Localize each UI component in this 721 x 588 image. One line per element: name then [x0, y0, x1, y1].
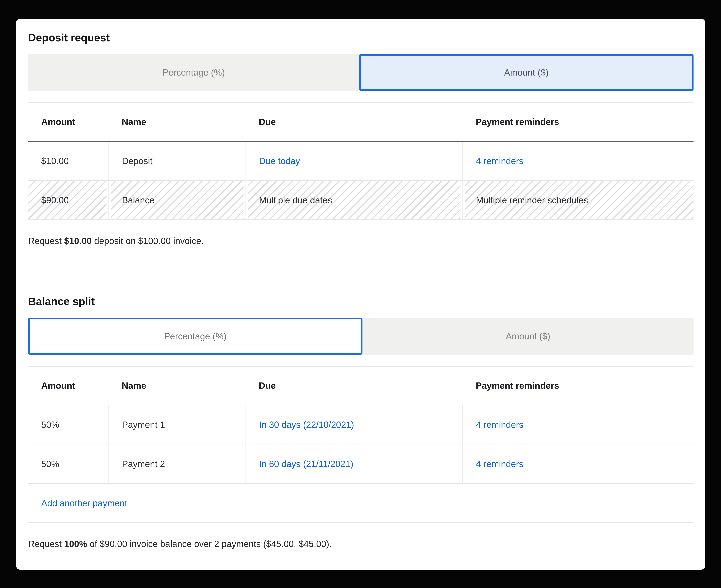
amount-cell: 50% [28, 444, 109, 484]
amount-cell: 50% [28, 405, 109, 444]
due-date-link[interactable]: In 30 days (22/10/2021) [259, 420, 354, 430]
name-value: Deposit [122, 156, 152, 166]
balance-split-section: Balance split Percentage (%) Amount ($) … [28, 295, 694, 549]
reminders-link[interactable]: 4 reminders [476, 420, 523, 430]
tab-label: Percentage (%) [164, 331, 227, 341]
tab-label: Percentage (%) [162, 67, 225, 78]
column-header-amount: Amount [28, 103, 109, 141]
amount-value: 50% [41, 420, 59, 430]
balance-tab-percentage[interactable]: Percentage (%) [28, 318, 363, 355]
table-header-row: Amount Name Due Payment reminders [28, 366, 694, 405]
deposit-summary: Request $10.00 deposit on $100.00 invoic… [28, 236, 694, 246]
name-value: Payment 1 [122, 420, 165, 430]
summary-percentage: 100% [64, 539, 87, 549]
summary-amount: $10.00 [64, 236, 91, 246]
column-header-amount: Amount [28, 366, 109, 405]
amount-value: 50% [41, 459, 59, 469]
name-cell: Deposit [109, 141, 246, 181]
summary-prefix: Request [28, 236, 64, 246]
column-header-payment-reminders: Payment reminders [462, 103, 694, 141]
due-cell: Multiple due dates [246, 181, 462, 220]
name-cell: Balance [109, 181, 246, 220]
table-row: 50% Payment 1 In 30 days (22/10/2021) 4 … [28, 405, 694, 444]
reminders-cell: 4 reminders [462, 141, 694, 181]
balance-tab-amount[interactable]: Amount ($) [363, 318, 694, 355]
add-payment-cell: Add another payment [28, 484, 694, 523]
due-date-link[interactable]: Due today [259, 156, 300, 166]
amount-cell: $90.00 [28, 181, 109, 220]
column-header-payment-reminders: Payment reminders [462, 366, 694, 405]
column-header-name: Name [109, 366, 246, 405]
deposit-request-heading: Deposit request [28, 31, 694, 44]
tab-label: Amount ($) [504, 67, 549, 78]
summary-suffix: deposit on $100.00 invoice. [91, 236, 204, 246]
balance-schedule-table: Amount Name Due Payment reminders 50% Pa… [28, 366, 694, 523]
balance-summary: Request 100% of $90.00 invoice balance o… [28, 539, 694, 549]
due-date-link[interactable]: In 60 days (21/11/2021) [259, 459, 353, 469]
due-cell: In 30 days (22/10/2021) [246, 405, 462, 444]
table-row-disabled: $90.00 Balance Multiple due dates Multip… [28, 181, 694, 220]
reminders-link[interactable]: 4 reminders [476, 459, 523, 469]
add-payment-row: Add another payment [28, 484, 694, 523]
amount-cell: $10.00 [28, 141, 109, 181]
add-another-payment-link[interactable]: Add another payment [41, 498, 127, 508]
column-header-due: Due [246, 366, 462, 405]
column-header-name: Name [109, 103, 246, 141]
reminders-cell: Multiple reminder schedules [462, 181, 694, 220]
reminders-link[interactable]: 4 reminders [476, 156, 523, 166]
summary-suffix: of $90.00 invoice balance over 2 payment… [87, 539, 332, 549]
balance-split-heading: Balance split [28, 295, 694, 308]
deposit-tab-percentage[interactable]: Percentage (%) [28, 54, 359, 91]
table-row: $10.00 Deposit Due today 4 reminders [28, 141, 694, 181]
name-cell: Payment 2 [109, 444, 246, 484]
summary-prefix: Request [28, 539, 64, 549]
balance-split-unit-toggle: Percentage (%) Amount ($) [28, 318, 694, 355]
column-header-due: Due [246, 103, 462, 141]
due-cell: Due today [246, 141, 462, 181]
deposit-schedule-table: Amount Name Due Payment reminders $10.00… [28, 102, 694, 220]
due-cell: In 60 days (21/11/2021) [246, 444, 462, 484]
reminders-value: Multiple reminder schedules [476, 195, 588, 205]
amount-value: $10.00 [41, 156, 69, 166]
name-cell: Payment 1 [109, 405, 246, 444]
tab-label: Amount ($) [506, 331, 550, 341]
reminders-cell: 4 reminders [462, 405, 694, 444]
name-value: Payment 2 [122, 459, 165, 469]
name-value: Balance [122, 195, 154, 205]
reminders-cell: 4 reminders [462, 444, 694, 484]
amount-value: $90.00 [41, 195, 69, 205]
table-header-row: Amount Name Due Payment reminders [28, 103, 694, 141]
due-value: Multiple due dates [259, 195, 332, 205]
table-row: 50% Payment 2 In 60 days (21/11/2021) 4 … [28, 444, 694, 484]
deposit-tab-amount[interactable]: Amount ($) [359, 54, 694, 91]
deposit-request-section: Deposit request Percentage (%) Amount ($… [28, 31, 694, 246]
invoice-payment-schedule-panel: Deposit request Percentage (%) Amount ($… [16, 19, 705, 570]
deposit-request-unit-toggle: Percentage (%) Amount ($) [28, 54, 694, 91]
